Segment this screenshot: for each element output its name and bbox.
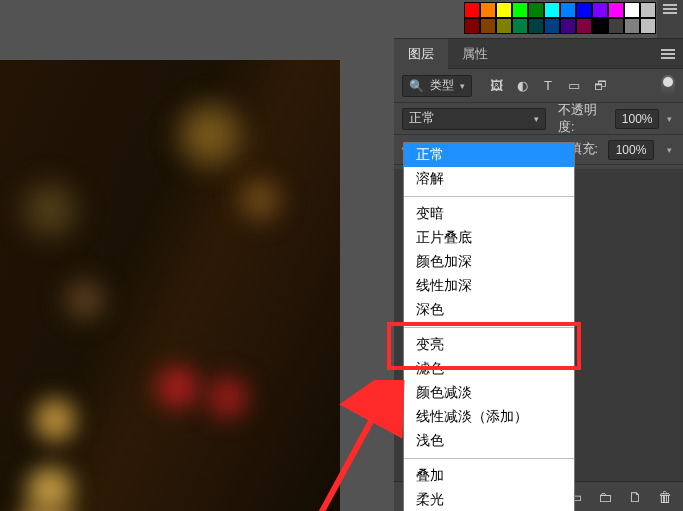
chevron-down-icon[interactable]: ▾: [664, 145, 675, 155]
tab-properties[interactable]: 属性: [448, 39, 502, 69]
swatch[interactable]: [576, 18, 592, 34]
blend-mode-option[interactable]: 变亮: [404, 333, 574, 357]
filter-smart-icon[interactable]: 🗗: [592, 78, 608, 94]
blend-mode-option[interactable]: 颜色减淡: [404, 381, 574, 405]
filter-image-icon[interactable]: 🖼: [488, 78, 504, 94]
dropdown-separator: [404, 458, 574, 459]
filter-toggle-switch[interactable]: [661, 75, 675, 97]
opacity-label: 不透明度:: [558, 102, 610, 136]
new-layer-icon[interactable]: 🗋: [627, 489, 643, 505]
kind-filter-dropdown[interactable]: 🔍 类型 ▾: [402, 75, 472, 97]
swatch[interactable]: [544, 18, 560, 34]
opacity-value-input[interactable]: 100%: [615, 109, 659, 129]
chevron-down-icon[interactable]: ▾: [664, 114, 675, 124]
swatch[interactable]: [496, 2, 512, 18]
bokeh-shape: [230, 170, 290, 230]
blend-mode-option[interactable]: 叠加: [404, 464, 574, 488]
blend-mode-option[interactable]: 正片叠底: [404, 226, 574, 250]
app-root: 图层 属性 🔍 类型 ▾ 🖼 ◐ T ▭ 🗗: [0, 0, 683, 511]
panel-tabs: 图层 属性: [394, 39, 683, 69]
group-folder-icon[interactable]: 🗀: [597, 489, 613, 505]
blend-mode-list[interactable]: 正常溶解变暗正片叠底颜色加深线性加深深色变亮滤色颜色减淡线性减淡（添加）浅色叠加…: [403, 142, 575, 511]
bokeh-shape: [200, 370, 255, 425]
swatch[interactable]: [464, 18, 480, 34]
chevron-down-icon: ▾: [534, 114, 539, 124]
swatch[interactable]: [480, 2, 496, 18]
swatch[interactable]: [624, 2, 640, 18]
blend-mode-option[interactable]: 线性加深: [404, 274, 574, 298]
bokeh-shape: [30, 390, 80, 450]
blend-mode-option[interactable]: 变暗: [404, 202, 574, 226]
bokeh-shape: [165, 90, 255, 180]
bokeh-shape: [55, 270, 115, 330]
filter-text-icon[interactable]: T: [540, 78, 556, 94]
blend-mode-option[interactable]: 颜色加深: [404, 250, 574, 274]
swatch[interactable]: [608, 18, 624, 34]
blend-mode-option[interactable]: 滤色: [404, 357, 574, 381]
blend-row: 正常 ▾ 不透明度: 100% ▾: [394, 103, 683, 135]
dropdown-separator: [404, 327, 574, 328]
bokeh-shape: [150, 360, 205, 415]
panel-menu-button[interactable]: [653, 49, 683, 59]
filter-shape-icon[interactable]: ▭: [566, 78, 582, 94]
swatch[interactable]: [640, 18, 656, 34]
menu-icon: [661, 49, 675, 59]
filter-adjust-icon[interactable]: ◐: [514, 78, 530, 94]
swatches-panel[interactable]: [462, 0, 672, 36]
filter-icons: 🖼 ◐ T ▭ 🗗: [488, 78, 608, 94]
chevron-down-icon: ▾: [460, 81, 465, 91]
dropdown-separator: [404, 196, 574, 197]
swatch[interactable]: [528, 18, 544, 34]
fill-value-input[interactable]: 100%: [608, 140, 654, 160]
blend-mode-dropdown[interactable]: 正常 ▾: [402, 108, 546, 130]
blend-mode-option[interactable]: 深色: [404, 298, 574, 322]
swatch[interactable]: [512, 18, 528, 34]
swatch[interactable]: [560, 18, 576, 34]
tab-layers[interactable]: 图层: [394, 39, 448, 69]
swatch[interactable]: [544, 2, 560, 18]
swatch[interactable]: [528, 2, 544, 18]
blend-mode-option[interactable]: 柔光: [404, 488, 574, 511]
swatch[interactable]: [624, 18, 640, 34]
swatch[interactable]: [608, 2, 624, 18]
canvas-document[interactable]: [0, 60, 340, 511]
menu-icon: [663, 4, 677, 14]
swatch[interactable]: [576, 2, 592, 18]
blend-mode-option[interactable]: 线性减淡（添加）: [404, 405, 574, 429]
blend-mode-value: 正常: [409, 110, 435, 127]
swatch[interactable]: [560, 2, 576, 18]
swatch[interactable]: [464, 2, 480, 18]
swatch[interactable]: [480, 18, 496, 34]
swatch[interactable]: [592, 18, 608, 34]
swatch[interactable]: [512, 2, 528, 18]
opacity-control: 不透明度: 100% ▾: [558, 102, 675, 136]
blend-mode-option[interactable]: 溶解: [404, 167, 574, 191]
trash-icon[interactable]: 🗑: [657, 489, 673, 505]
blend-mode-option[interactable]: 浅色: [404, 429, 574, 453]
layer-filter-row: 🔍 类型 ▾ 🖼 ◐ T ▭ 🗗: [394, 69, 683, 103]
search-icon: 🔍: [409, 79, 424, 93]
bokeh-shape: [10, 170, 90, 250]
blend-mode-option[interactable]: 正常: [404, 143, 574, 167]
swatch[interactable]: [496, 18, 512, 34]
swatch[interactable]: [640, 2, 656, 18]
kind-filter-label: 类型: [430, 77, 454, 94]
swatch[interactable]: [592, 2, 608, 18]
